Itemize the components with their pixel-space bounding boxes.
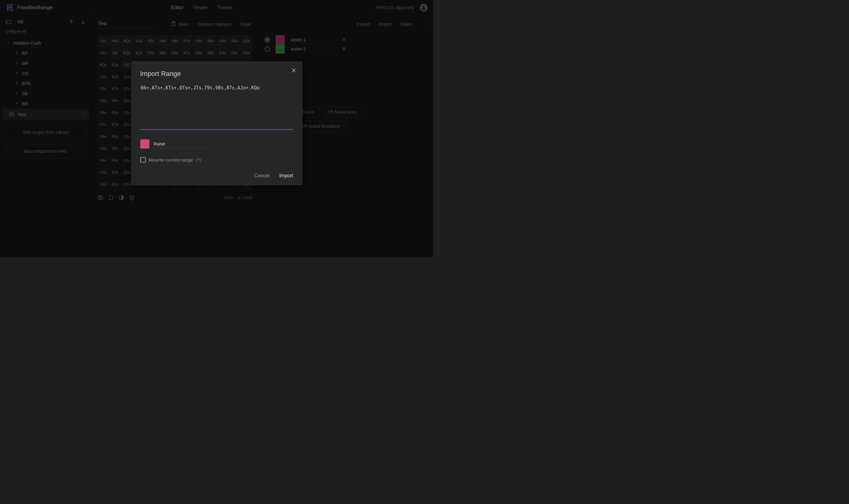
- modal-cancel-button[interactable]: Cancel: [254, 173, 269, 179]
- rewrite-label: Rewrite current range: [149, 157, 193, 163]
- modal-title: Import Range: [140, 70, 293, 78]
- range-text-input[interactable]: 66+,ATs+,KTs+,QTs+,JTs,T9s,98s,87s,AJo+,…: [140, 84, 293, 130]
- raise-color-swatch[interactable]: [140, 139, 149, 148]
- rewrite-help-link[interactable]: (?): [196, 157, 201, 163]
- import-range-modal: ✕ Import Range 66+,ATs+,KTs+,QTs+,JTs,T9…: [131, 61, 303, 185]
- rewrite-checkbox-row: Rewrite current range (?): [140, 157, 293, 163]
- modal-close-icon[interactable]: ✕: [291, 67, 296, 75]
- modal-overlay: ✕ Import Range 66+,ATs+,KTs+,QTs+,JTs,T9…: [0, 0, 433, 257]
- modal-import-button[interactable]: Import: [279, 173, 293, 179]
- action-name-input[interactable]: [153, 140, 211, 148]
- rewrite-checkbox[interactable]: [140, 157, 146, 163]
